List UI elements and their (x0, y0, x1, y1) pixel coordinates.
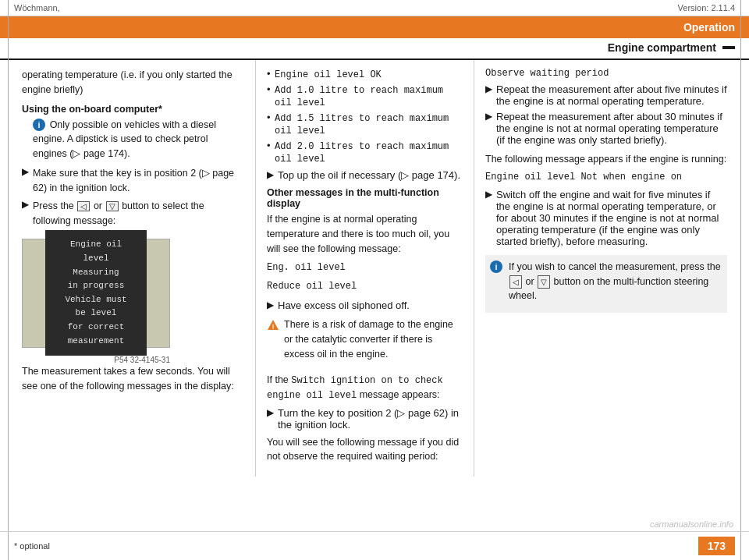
warning-text: There is a risk of damage to the engine … (284, 317, 463, 361)
arrow-icon-5: ▶ (267, 407, 274, 418)
normal-temp-text: If the engine is at normal operating tem… (267, 212, 463, 256)
switch-intro: If the Switch ignition on to check engin… (267, 373, 463, 402)
bullet2-text: Add 1.0 litre to reach maximum oil level (275, 85, 443, 108)
display-caption: P54 32-4145-31 (22, 356, 170, 364)
excess-text: Have excess oil siphoned off. (278, 299, 410, 311)
arrow-icon-3: ▶ (267, 169, 274, 180)
page-number: 173 (698, 537, 735, 555)
bullet1-text: Engine oil level OK (275, 69, 382, 80)
right-arrow-3: ▶ Switch off the engine and wait for fiv… (485, 189, 727, 247)
warning-block: ! There is a risk of damage to the engin… (267, 317, 463, 366)
info-block-1: i Only possible on vehicles with a diese… (22, 118, 244, 161)
step-1: ▶ Make sure that the key is in position … (22, 166, 244, 196)
top-bar-left: Wöchmann, (14, 3, 60, 12)
other-heading: Other messages in the multi-function dis… (267, 187, 463, 209)
intro-text: operating temperature (i.e. if you only … (22, 68, 244, 97)
display-line-4: in progress (68, 281, 125, 290)
left-border (8, 0, 9, 560)
display-line-2: level (83, 253, 108, 263)
step2-prefix: Press the (33, 200, 76, 211)
bullet4-text: Add 2.0 litres to reach maximum oil leve… (275, 141, 449, 165)
engine-msg: Engine oil level Not when engine on (485, 172, 727, 183)
mid-arrow-1: ▶ Top up the oil if necessary (▷ page 17… (267, 169, 463, 181)
info-text-1: Only possible on vehicles with a diesel … (33, 119, 216, 160)
right-arrow-1: ▶ Repeat the measurement after about fiv… (485, 83, 727, 107)
black-box (722, 46, 735, 49)
mid-arrow-2: ▶ Have excess oil siphoned off. (267, 299, 463, 311)
mid-bullet-4: Add 2.0 litres to reach maximum oil leve… (267, 140, 463, 165)
onboard-heading: Using the on-board computer* (22, 104, 244, 115)
info-icon-container-2: i (490, 261, 504, 274)
msg1-line2: Reduce oil level (267, 279, 463, 293)
mid-bullet-2: Add 1.0 litre to reach maximum oil level (267, 83, 463, 108)
cancel-btn-icon-right[interactable]: ▽ (538, 275, 550, 289)
bullet3-text: Add 1.5 litres to reach maximum oil leve… (275, 113, 449, 136)
bullet5-text: Top up the oil if necessary (▷ page 174)… (278, 169, 460, 181)
mid-bullet-3: Add 1.5 litres to reach maximum oil leve… (267, 112, 463, 136)
display-wrapper: Engine oil level Measuring in progress V… (22, 232, 244, 364)
cancel-btn-icon-left[interactable]: ◁ (509, 275, 522, 289)
following-engine-text: The following message appears if the eng… (485, 152, 727, 167)
warning-icon-container: ! (267, 319, 279, 334)
display-line-6: be level (76, 308, 117, 317)
right-column: Observe waiting period ▶ Repeat the meas… (474, 60, 735, 477)
step1-text: Make sure that the key is in position 2 … (33, 168, 234, 193)
section-label: Engine compartment (608, 41, 716, 54)
display-inner: Engine oil level Measuring in progress V… (45, 230, 147, 356)
turn-key-text: Turn the key to position 2 (▷ page 62) i… (278, 407, 459, 431)
header-bar: Operation (0, 16, 749, 38)
arrow-icon-1: ▶ (22, 166, 29, 177)
main-content: operating temperature (i.e. if you only … (0, 60, 749, 477)
section-title-bar: Engine compartment (0, 38, 749, 60)
right-arrow-2: ▶ Repeat the measurement after about 30 … (485, 111, 727, 146)
display-line-8: measurement (68, 336, 125, 346)
top-bar: Wöchmann, Version: 2.11.4 (0, 0, 749, 16)
right-step2-text: Repeat the measurement after about 30 mi… (496, 111, 722, 146)
footnote: * optional (14, 541, 50, 551)
mid-column: Engine oil level OK Add 1.0 litre to rea… (256, 60, 474, 477)
bottom-bar: * optional 173 (0, 531, 749, 560)
display-image: Engine oil level Measuring in progress V… (22, 239, 170, 348)
watermark: carmanualsonline.info (650, 519, 733, 529)
right-step1-text: Repeat the measurement after about five … (496, 83, 727, 107)
info2-text: If you wish to cancel the measurement, p… (509, 260, 722, 303)
header-title: Operation (683, 21, 735, 34)
svg-text:!: ! (272, 323, 275, 331)
display-line-7: for correct (68, 322, 125, 331)
wait-heading: Observe waiting period (485, 68, 727, 79)
left-column: operating temperature (i.e. if you only … (14, 60, 256, 477)
right-step3-text: Switch off the engine and wait for five … (496, 189, 719, 247)
button-icon-right[interactable]: ▽ (106, 201, 119, 211)
arrow-icon-7: ▶ (485, 111, 492, 122)
arrow-icon-8: ▶ (485, 189, 492, 200)
arrow-icon-6: ▶ (485, 83, 492, 94)
step2-or: or (94, 200, 105, 211)
following-msg-text: You will see the following message if yo… (267, 435, 463, 465)
arrow-icon-2: ▶ (22, 199, 29, 210)
button-icon-left[interactable]: ◁ (77, 201, 90, 211)
right-border (740, 0, 741, 560)
mid-bullet-1: Engine oil level OK (267, 68, 463, 80)
info-icon-2: i (490, 261, 502, 273)
after-display-text: The measurement takes a few seconds. You… (22, 364, 244, 394)
display-line-3: Measuring (73, 268, 119, 277)
step-2: ▶ Press the ◁ or ▽ button to select the … (22, 199, 244, 229)
mid-arrow-3: ▶ Turn the key to position 2 (▷ page 62)… (267, 407, 463, 431)
top-bar-right: Version: 2.11.4 (678, 3, 735, 12)
arrow-icon-4: ▶ (267, 299, 274, 310)
warning-icon: ! (267, 319, 279, 331)
info-icon-1: i (33, 119, 45, 131)
info-block-2: i If you wish to cancel the measurement,… (485, 255, 727, 313)
display-line-5: Vehicle must (65, 295, 126, 304)
display-line-1: Engine oil (70, 239, 122, 249)
msg1-line1: Eng. oil level (267, 261, 463, 275)
switch-suffix: message appears: (360, 389, 440, 400)
